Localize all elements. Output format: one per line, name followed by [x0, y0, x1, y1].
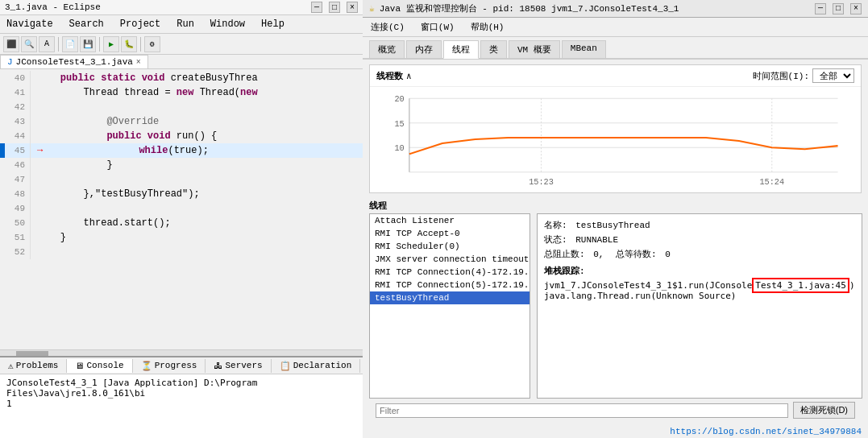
line-content: }: [31, 230, 66, 245]
tab-console[interactable]: 🖥 Console: [67, 359, 132, 373]
toolbar-btn-4[interactable]: 📄: [62, 36, 78, 52]
menu-search[interactable]: Search: [66, 17, 107, 31]
editor-tab-close[interactable]: ×: [136, 58, 141, 67]
console-icon: 🖥: [75, 361, 84, 371]
detect-deadlock-button[interactable]: 检测死锁(D): [793, 402, 855, 419]
tab-progress-label: Progress: [155, 361, 197, 370]
line-number: 41: [5, 85, 31, 100]
editor-tab-filename: JConsoleTest4_3_1.java: [16, 57, 133, 67]
code-line: 44 public void run() {: [0, 129, 363, 143]
thread-blocked-row: 总阻止数: 0, 总等待数: 0: [544, 248, 855, 260]
time-range-label: 时间范围(I):: [753, 70, 809, 82]
toolbar-btn-extra[interactable]: ⚙: [144, 36, 160, 52]
menu-help[interactable]: Help: [258, 17, 288, 31]
thread-chart-svg: 20 15 10 15:23 15:24: [376, 90, 854, 188]
thread-filter-input[interactable]: [376, 403, 788, 418]
eclipse-title-bar: 3_1.java - Eclipse ─ □ ×: [0, 0, 363, 15]
minimize-button[interactable]: ─: [311, 2, 322, 13]
line-number: 42: [5, 100, 31, 114]
servers-icon: 🖧: [214, 361, 222, 371]
menu-run[interactable]: Run: [173, 17, 197, 31]
progress-icon: ⏳: [141, 361, 152, 371]
toolbar-separator-2: [99, 37, 100, 52]
code-line: 46 }: [0, 158, 363, 172]
line-content: Thread thread = new Thread(new: [31, 85, 258, 100]
thread-list-item[interactable]: RMI TCP Connection(5)-172.19.5: [370, 279, 530, 291]
svg-text:10: 10: [394, 144, 404, 153]
tab-progress[interactable]: ⏳ Progress: [133, 359, 206, 373]
bottom-link[interactable]: https://blog.csdn.net/sinet_34979884: [363, 425, 868, 438]
toolbar-btn-run[interactable]: ▶: [103, 36, 119, 52]
jconsole-minimize[interactable]: ─: [815, 3, 826, 14]
thread-list: Attach ListenerRMI TCP Accept-0RMI Sched…: [370, 214, 530, 398]
thread-list-item[interactable]: JMX server connection timeout: [370, 253, 530, 266]
horizontal-scrollbar[interactable]: [0, 349, 363, 356]
line-content: }: [31, 158, 113, 172]
chart-body: 20 15 10 15:23 15:24: [370, 87, 861, 192]
line-number: 50: [5, 216, 31, 230]
stack-line1-highlight: Test4_3_1.java:45: [752, 278, 849, 293]
jconsole-menu-connect[interactable]: 连接(C): [368, 19, 408, 35]
jconsole-maximize[interactable]: □: [833, 3, 844, 14]
tab-vm[interactable]: VM 概要: [509, 40, 560, 58]
line-content: },"testBusyThread");: [31, 187, 200, 201]
code-line: 50 thread.start();: [0, 216, 363, 230]
tab-declaration[interactable]: 📋 Declaration: [272, 359, 361, 373]
jconsole-icon: ☕: [369, 3, 375, 14]
toolbar-btn-3[interactable]: A: [39, 36, 55, 52]
tab-problems[interactable]: ⚠ Problems: [0, 359, 67, 373]
line-number: 45: [5, 143, 31, 158]
tab-servers[interactable]: 🖧 Servers: [206, 359, 271, 373]
tab-memory[interactable]: 内存: [406, 40, 442, 58]
tab-declaration-label: Declaration: [293, 361, 352, 370]
toolbar-btn-1[interactable]: ⬛: [3, 36, 19, 52]
line-number: 40: [5, 71, 31, 85]
thread-detail-panel: 名称: testBusyThread 状态: RUNNABLE 总阻止数: 0,…: [537, 213, 862, 399]
toolbar-btn-5[interactable]: 💾: [80, 36, 96, 52]
svg-text:15: 15: [394, 120, 404, 129]
code-line: 48 },"testBusyThread");: [0, 187, 363, 201]
chart-expand-icon[interactable]: ∧: [406, 71, 412, 81]
tab-classes[interactable]: 类: [480, 40, 507, 58]
chart-section-label: 线程数: [376, 70, 403, 82]
eclipse-toolbar: ⬛ 🔍 A 📄 💾 ▶ 🐛 ⚙: [0, 34, 363, 55]
thread-list-item[interactable]: RMI Scheduler(0): [370, 240, 530, 253]
problems-icon: ⚠: [8, 361, 14, 371]
close-button[interactable]: ×: [347, 2, 358, 13]
time-range-select[interactable]: 全部: [812, 68, 854, 83]
tab-threads[interactable]: 线程: [443, 40, 479, 59]
menu-window[interactable]: Window: [207, 17, 248, 31]
tab-problems-label: Problems: [16, 361, 59, 370]
code-line: 43 @Override: [0, 114, 363, 129]
jconsole-close[interactable]: ×: [850, 3, 862, 14]
thread-list-item[interactable]: Attach Listener: [370, 214, 530, 227]
code-line: 49: [0, 201, 363, 216]
editor-tab-icon: J: [7, 57, 13, 67]
svg-text:20: 20: [394, 95, 404, 104]
tab-overview[interactable]: 概览: [369, 40, 405, 58]
line-number: 47: [5, 172, 31, 187]
thread-list-item[interactable]: testBusyThread: [370, 291, 530, 304]
toolbar-btn-2[interactable]: 🔍: [21, 36, 37, 52]
declaration-icon: 📋: [280, 361, 291, 371]
code-line: 52: [0, 245, 363, 259]
thread-chart-container: 线程数 ∧ 时间范围(I): 全部: [369, 64, 862, 193]
console-line-2: 1: [6, 399, 12, 409]
tab-mbean[interactable]: MBean: [562, 40, 606, 58]
menu-navigate[interactable]: Navigate: [3, 17, 56, 31]
code-line: 51 }: [0, 230, 363, 245]
thread-list-item[interactable]: RMI TCP Connection(4)-172.19.5: [370, 266, 530, 279]
jconsole-menu-window[interactable]: 窗口(W): [417, 19, 458, 35]
jconsole-menu-help[interactable]: 帮助(H): [467, 19, 508, 35]
maximize-button[interactable]: □: [329, 2, 340, 13]
toolbar-separator-1: [58, 37, 59, 52]
editor-tab-bar: J JConsoleTest4_3_1.java ×: [0, 55, 363, 69]
thread-list-item[interactable]: RMI TCP Accept-0: [370, 227, 530, 240]
menu-project[interactable]: Project: [117, 17, 164, 31]
blocked-label: 总阻止数:: [544, 250, 585, 259]
code-editor[interactable]: 40 public static void createBusyThrea41 …: [0, 69, 363, 349]
toolbar-btn-debug[interactable]: 🐛: [121, 36, 137, 52]
editor-tab-file[interactable]: J JConsoleTest4_3_1.java ×: [0, 55, 148, 68]
name-label: 名称:: [544, 221, 567, 230]
scrollbar-thumb: [16, 351, 48, 356]
